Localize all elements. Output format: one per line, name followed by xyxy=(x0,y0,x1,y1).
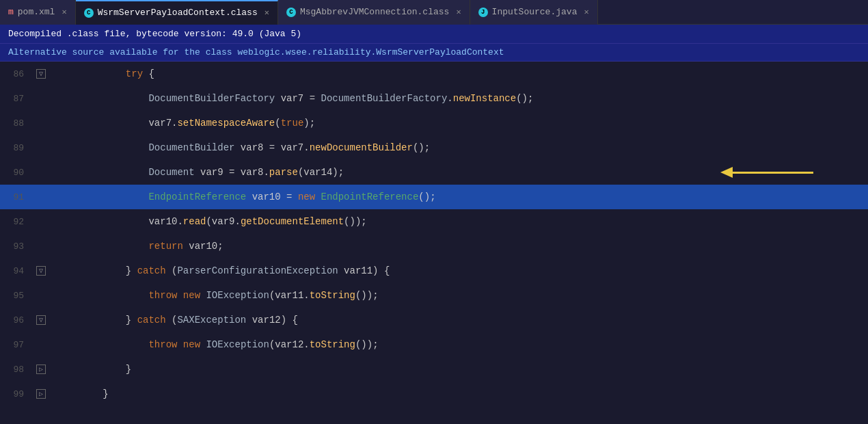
code-content-95: throw new IOException(var11.toString()); xyxy=(51,283,868,308)
tab-msgabbrev-label: MsgAbbrevJVMConnection.class xyxy=(300,7,449,17)
gutter-94: ▽ xyxy=(31,266,51,276)
code-line-86: 86▽ try { xyxy=(0,62,868,86)
code-line-97: 97 throw new IOException(var12.toString(… xyxy=(0,332,868,357)
line-number-88: 88 xyxy=(0,118,31,129)
tab-msgabbrev-close[interactable]: ✕ xyxy=(456,7,461,17)
code-line-99: 99▷ } xyxy=(0,382,868,406)
code-content-90: Document var9 = var8.parse(var14); xyxy=(51,160,868,185)
tab-inputsource[interactable]: J InputSource.java ✕ xyxy=(470,0,598,25)
code-line-96: 96▽ } catch (SAXException var12) { xyxy=(0,308,868,332)
line-number-95: 95 xyxy=(0,291,31,301)
tab-inputsource-close[interactable]: ✕ xyxy=(584,7,588,17)
tab-bar: m pom.xml ✕ C WsrmServerPayloadContext.c… xyxy=(0,0,868,25)
code-line-94: 94▽ } catch (ParserConfigurationExceptio… xyxy=(0,259,868,283)
line-number-94: 94 xyxy=(0,266,31,276)
line-number-86: 86 xyxy=(0,69,31,79)
gutter-86: ▽ xyxy=(31,69,51,79)
code-content-96: } catch (SAXException var12) { xyxy=(51,308,868,332)
code-line-89: 89 DocumentBuilder var8 = var7.newDocume… xyxy=(0,135,868,160)
fold-icon-98[interactable]: ▷ xyxy=(36,365,46,374)
tab-pom-label: pom.xml xyxy=(18,7,55,17)
line-number-92: 92 xyxy=(0,217,31,227)
code-content-89: DocumentBuilder var8 = var7.newDocumentB… xyxy=(51,135,868,160)
tab-msgabbrev-icon: C xyxy=(286,8,296,17)
fold-icon-86[interactable]: ▽ xyxy=(36,69,46,79)
code-line-88: 88 var7.setNamespaceAware(true); xyxy=(0,111,868,135)
fold-icon-99[interactable]: ▷ xyxy=(36,389,46,399)
line-number-97: 97 xyxy=(0,340,31,350)
code-editor: 86▽ try {87 DocumentBuilderFactory var7 … xyxy=(0,62,868,406)
tab-wsrm[interactable]: C WsrmServerPayloadContext.class ✕ xyxy=(76,0,278,25)
code-content-91: EndpointReference var10 = new EndpointRe… xyxy=(51,185,868,209)
line-number-87: 87 xyxy=(0,94,31,104)
gutter-99: ▷ xyxy=(31,389,51,399)
line-number-96: 96 xyxy=(0,315,31,326)
fold-icon-94[interactable]: ▽ xyxy=(36,266,46,276)
gutter-96: ▽ xyxy=(31,315,51,325)
line-number-98: 98 xyxy=(0,365,31,375)
code-line-91: 91 EndpointReference var10 = new Endpoin… xyxy=(0,185,868,209)
line-number-93: 93 xyxy=(0,241,31,252)
fold-icon-96[interactable]: ▽ xyxy=(36,315,46,325)
code-content-94: } catch (ParserConfigurationException va… xyxy=(51,259,868,283)
code-line-93: 93 return var10; xyxy=(0,234,868,259)
tab-inputsource-label: InputSource.java xyxy=(492,7,578,17)
code-content-93: return var10; xyxy=(51,234,868,259)
code-line-95: 95 throw new IOException(var11.toString(… xyxy=(0,283,868,308)
code-line-90: 90 Document var9 = var8.parse(var14); xyxy=(0,160,868,185)
gutter-98: ▷ xyxy=(31,365,51,374)
line-number-90: 90 xyxy=(0,168,31,178)
tab-pom[interactable]: m pom.xml ✕ xyxy=(0,0,76,25)
line-number-89: 89 xyxy=(0,143,31,153)
code-content-86: try { xyxy=(51,62,868,86)
code-line-98: 98▷ } xyxy=(0,357,868,382)
tab-inputsource-icon: J xyxy=(478,8,488,17)
tab-pom-close[interactable]: ✕ xyxy=(62,7,66,17)
code-content-98: } xyxy=(51,357,868,382)
code-content-87: DocumentBuilderFactory var7 = DocumentBu… xyxy=(51,86,868,111)
tab-wsrm-close[interactable]: ✕ xyxy=(265,8,269,18)
line-number-91: 91 xyxy=(0,192,31,202)
code-content-92: var10.read(var9.getDocumentElement()); xyxy=(51,209,868,234)
code-content-88: var7.setNamespaceAware(true); xyxy=(51,111,868,135)
code-content-97: throw new IOException(var12.toString()); xyxy=(51,332,868,357)
code-content-99: } xyxy=(51,382,868,406)
tab-wsrm-label: WsrmServerPayloadContext.class xyxy=(98,8,258,18)
code-line-87: 87 DocumentBuilderFactory var7 = Documen… xyxy=(0,86,868,111)
tab-pom-icon: m xyxy=(8,7,14,17)
tab-msgabbrev[interactable]: C MsgAbbrevJVMConnection.class ✕ xyxy=(278,0,470,25)
tab-wsrm-icon: C xyxy=(84,8,94,18)
alt-source-banner: Alternative source available for the cla… xyxy=(0,44,868,62)
code-line-92: 92 var10.read(var9.getDocumentElement())… xyxy=(0,209,868,234)
line-number-99: 99 xyxy=(0,389,31,399)
decompiled-banner: Decompiled .class file, bytecode version… xyxy=(0,25,868,44)
